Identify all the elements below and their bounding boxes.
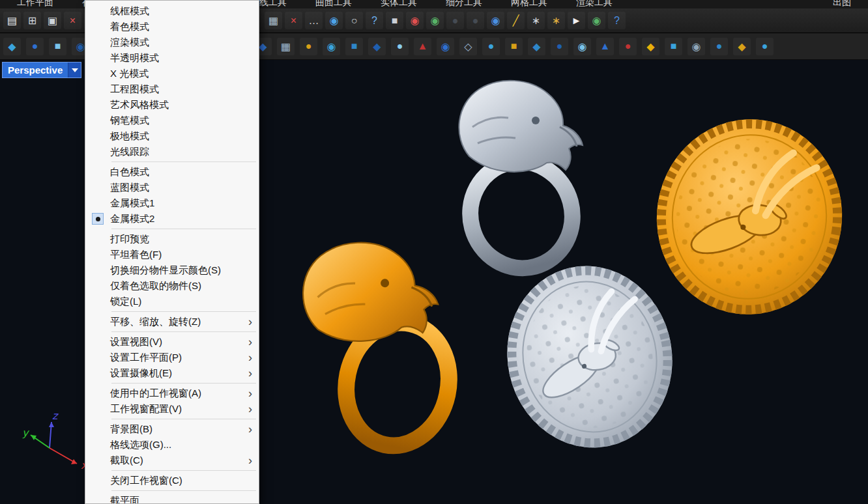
print-icon[interactable]: ⊞ <box>23 12 41 29</box>
context-menu-item[interactable]: 打印预览 <box>85 231 259 247</box>
copy-icon[interactable]: ▣ <box>44 12 61 29</box>
menu-item-gutter <box>85 128 110 144</box>
silver-antelope-coin-model[interactable] <box>491 251 689 463</box>
toolbar-icon[interactable]: ● <box>300 38 317 55</box>
toolbar-icon[interactable]: ◉ <box>573 38 591 55</box>
render-red-ball-icon[interactable]: ◉ <box>406 12 424 29</box>
context-menu-item[interactable]: 设置工作平面(P)› <box>85 350 259 365</box>
gear-gold-icon[interactable]: ∗ <box>547 12 565 29</box>
menubar-item[interactable]: 曲面工具 <box>315 0 352 8</box>
context-menu-item[interactable]: 仅着色选取的物件(S) <box>85 278 259 294</box>
toolbar-icon[interactable]: ◇ <box>459 38 477 55</box>
delete-icon[interactable]: × <box>64 12 81 29</box>
context-menu-item[interactable]: 格线选项(G)... <box>85 437 259 453</box>
toolbar-icon[interactable]: ● <box>391 38 409 55</box>
dark-ball2-icon[interactable]: ● <box>467 12 484 29</box>
silver-eagle-ring-model[interactable] <box>458 81 584 280</box>
globe-icon[interactable]: ◉ <box>588 12 605 29</box>
menubar-item[interactable]: 渲染工具 <box>576 0 613 8</box>
menu-item-label: 金属模式1 <box>110 197 259 210</box>
rotate-view-icon[interactable]: ◉ <box>325 12 343 29</box>
menubar-item[interactable]: 网格工具 <box>511 0 547 8</box>
context-menu-item[interactable]: 锁定(L) <box>85 294 259 309</box>
context-menu-item[interactable]: 工作视窗配置(V)› <box>85 401 259 417</box>
context-menu-item[interactable]: 极地模式 <box>85 128 259 144</box>
viewport-dropdown-button[interactable] <box>68 63 81 77</box>
context-menu-item[interactable]: 金属模式1 <box>85 195 259 211</box>
cursor-icon[interactable]: ► <box>568 12 585 29</box>
context-menu-item[interactable]: 白色模式 <box>85 164 259 180</box>
render-green-ball-icon[interactable]: ◉ <box>426 12 444 29</box>
toolbar-icon[interactable]: ● <box>482 38 500 55</box>
context-menu-item[interactable]: 关闭工作视窗(C) <box>85 473 259 488</box>
gear-icon[interactable]: ∗ <box>527 12 545 29</box>
toolbar-icon[interactable]: ◆ <box>3 38 21 55</box>
pencil-icon[interactable]: ╱ <box>507 12 525 29</box>
context-menu-item[interactable]: 半透明模式 <box>85 50 259 66</box>
viewport-label[interactable]: Perspective <box>2 62 81 78</box>
toolbar-icon[interactable]: ● <box>710 38 728 55</box>
context-menu-item[interactable]: 设置视图(V)› <box>85 334 259 350</box>
help-blue-icon[interactable]: ? <box>608 12 626 29</box>
context-menu-item[interactable]: 平坦着色(F) <box>85 247 259 262</box>
toolbar-icon[interactable]: ▲ <box>596 38 614 55</box>
context-menu-item[interactable]: 钢笔模式 <box>85 113 259 128</box>
grid-snap-icon[interactable]: ▦ <box>265 12 282 29</box>
toolbar-icon[interactable]: ◆ <box>528 38 545 55</box>
menu-item-gutter <box>85 113 110 128</box>
menubar-item[interactable]: 实体工具 <box>381 0 417 8</box>
menu-separator <box>111 419 256 419</box>
gold-antelope-coin-model[interactable] <box>644 107 855 327</box>
zoom-icon[interactable]: ○ <box>345 12 363 29</box>
toolbar-icon[interactable]: ● <box>756 38 774 55</box>
toolbar-icon[interactable]: ■ <box>665 38 682 55</box>
toolbar-icon[interactable]: ◉ <box>687 38 705 55</box>
menu-item-gutter <box>85 19 110 35</box>
toolbar-icon[interactable]: ● <box>619 38 637 55</box>
lock-icon[interactable]: ■ <box>386 12 403 29</box>
toolbar-icon[interactable]: ◆ <box>733 38 751 55</box>
toolbar-icon[interactable]: ■ <box>49 38 66 55</box>
toolbar-icon[interactable]: ◉ <box>437 38 454 55</box>
toolbar-icon[interactable]: ■ <box>505 38 523 55</box>
toolbar-icon[interactable]: ◆ <box>368 38 386 55</box>
help-icon[interactable]: ? <box>366 12 383 29</box>
toolbar-icon[interactable]: ◉ <box>323 38 340 55</box>
context-menu-item[interactable]: 蓝图模式 <box>85 180 259 195</box>
toolbar-icon[interactable]: ● <box>26 38 44 55</box>
context-menu-item[interactable]: 截平面 <box>85 493 259 504</box>
menubar-item[interactable]: 细分工具 <box>446 0 482 8</box>
context-menu-item[interactable]: 截取(C)› <box>85 453 259 468</box>
context-menu-item[interactable]: 平移、缩放、旋转(Z)› <box>85 314 259 329</box>
menubar-item[interactable]: 工作平面 <box>17 0 53 8</box>
context-menu-item[interactable]: 渲染模式 <box>85 35 259 50</box>
toolbar-icon[interactable]: ▦ <box>277 38 295 55</box>
menu-item-gutter <box>85 231 110 247</box>
context-menu-item[interactable]: 艺术风格模式 <box>85 97 259 113</box>
menu-item-label: 钢笔模式 <box>110 115 259 127</box>
context-menu-item[interactable]: 背景图(B)› <box>85 421 259 437</box>
toolbar-icon[interactable]: ◆ <box>642 38 659 55</box>
toolbar-icon[interactable]: ■ <box>345 38 363 55</box>
context-menu-item[interactable]: 线框模式 <box>85 3 259 19</box>
context-menu-item[interactable]: 金属模式2 <box>85 211 259 227</box>
menu-item-gutter <box>85 3 110 19</box>
save-icon[interactable]: ▤ <box>3 12 21 29</box>
dark-ball-icon[interactable]: ● <box>446 12 464 29</box>
gold-eagle-ring-model[interactable] <box>298 235 460 455</box>
context-menu-item[interactable]: 工程图模式 <box>85 81 259 97</box>
context-menu-item[interactable]: 着色模式 <box>85 19 259 35</box>
ellipsis-icon[interactable]: … <box>305 12 323 29</box>
toolbar-icon[interactable]: ● <box>551 38 568 55</box>
context-menu-item[interactable]: 光线跟踪 <box>85 144 259 160</box>
context-menu-item[interactable]: 设置摄像机(E)› <box>85 365 259 381</box>
context-menu-item[interactable]: X 光模式 <box>85 66 259 81</box>
blue-ball-icon[interactable]: ◉ <box>487 12 504 29</box>
close-red-icon[interactable]: × <box>285 12 302 29</box>
toolbar-icon[interactable]: ▲ <box>414 38 431 55</box>
menubar-item[interactable]: 出图 <box>833 0 851 8</box>
menu-separator <box>111 161 256 162</box>
context-menu-item[interactable]: 切换细分物件显示颜色(S) <box>85 262 259 278</box>
menu-item-label: 光线跟踪 <box>110 146 259 158</box>
context-menu-item[interactable]: 使用中的工作视窗(A)› <box>85 385 259 401</box>
